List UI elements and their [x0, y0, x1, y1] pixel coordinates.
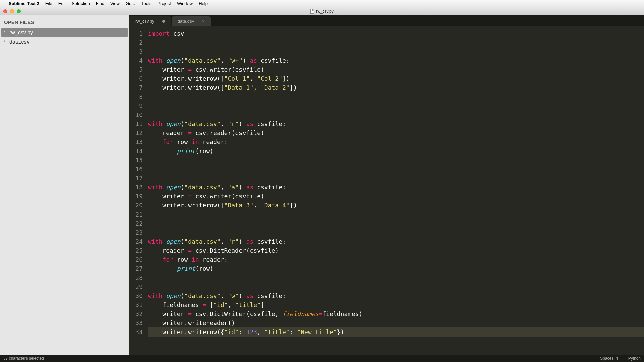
menu-find[interactable]: Find [96, 1, 104, 6]
tab-rw-csv[interactable]: rw_csv.py [129, 16, 171, 26]
sidebar-file-label: rw_csv.py [9, 29, 33, 35]
code-content[interactable]: import csv with open("data.csv", "w+") a… [146, 26, 644, 355]
sidebar-file-label: data.csv [9, 39, 30, 45]
line-number-gutter: 1234567891011121314151617181920212223242… [129, 26, 146, 355]
app-name[interactable]: Sublime Text 2 [9, 1, 39, 6]
tab-bar: rw_csv.py data.csv × [129, 15, 644, 26]
window-title-text: rw_csv.py [316, 9, 333, 14]
window-title: rw_csv.py [0, 9, 644, 14]
macos-menubar[interactable]: Sublime Text 2 File Edit Selection Find … [0, 0, 644, 7]
status-language[interactable]: Python [628, 356, 641, 361]
sidebar-file-rw-csv[interactable]: rw_csv.py [1, 28, 128, 37]
dirty-indicator-icon [162, 20, 165, 23]
tab-data-csv[interactable]: data.csv × [172, 16, 211, 26]
status-bar: 37 characters selected Spaces: 4 Python [0, 355, 644, 362]
menu-file[interactable]: File [45, 1, 52, 6]
window-titlebar: rw_csv.py [0, 7, 644, 15]
menu-selection[interactable]: Selection [72, 1, 90, 6]
editor-area: rw_csv.py data.csv × 1234567891011121314… [129, 15, 644, 355]
menu-view[interactable]: View [110, 1, 120, 6]
code-editor[interactable]: 1234567891011121314151617181920212223242… [129, 26, 644, 355]
close-button[interactable] [3, 9, 7, 13]
close-icon[interactable]: × [202, 19, 205, 24]
sidebar-header: OPEN FILES [0, 15, 129, 28]
tab-label: rw_csv.py [135, 19, 154, 24]
menu-tools[interactable]: Tools [141, 1, 151, 6]
status-spaces[interactable]: Spaces: 4 [600, 356, 618, 361]
maximize-button[interactable] [17, 9, 21, 13]
menu-goto[interactable]: Goto [126, 1, 135, 6]
sidebar: OPEN FILES rw_csv.py data.csv [0, 15, 129, 355]
window-controls [0, 9, 21, 13]
tab-label: data.csv [178, 19, 194, 24]
menu-window[interactable]: Window [177, 1, 193, 6]
sidebar-file-data-csv[interactable]: data.csv [0, 37, 129, 47]
status-selection: 37 characters selected [3, 356, 600, 361]
menu-help[interactable]: Help [199, 1, 208, 6]
menu-project[interactable]: Project [157, 1, 171, 6]
minimize-button[interactable] [10, 9, 14, 13]
document-icon [310, 9, 314, 14]
menu-edit[interactable]: Edit [58, 1, 66, 6]
